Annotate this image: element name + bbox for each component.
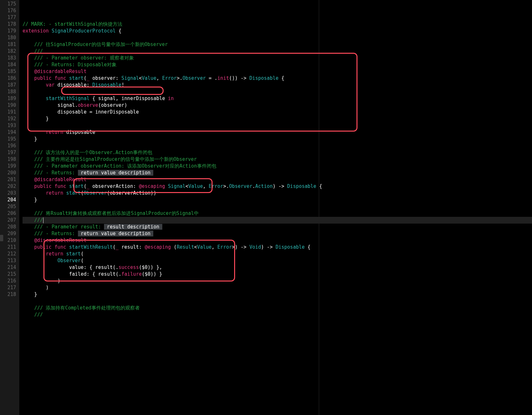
code-line[interactable]: disposable = innerDisposable	[23, 109, 532, 115]
code-line[interactable]: @discardableResult	[23, 237, 532, 244]
code-line[interactable]: /// - Returns: return value description	[23, 230, 532, 237]
line-number: 182	[3, 48, 16, 55]
code-line[interactable]: /// - Parameter result: result descripti…	[23, 224, 532, 230]
code-token	[49, 28, 52, 34]
code-token: var	[46, 82, 54, 88]
line-number: 181	[3, 41, 16, 48]
code-token	[66, 244, 69, 250]
code-line[interactable]: /// 该方法传入的是一个Observer.Action事件闭包	[23, 149, 532, 156]
code-line[interactable]	[23, 143, 532, 149]
code-line[interactable]: ///	[23, 217, 532, 224]
code-token: start	[69, 183, 84, 189]
code-token: /// - Returns: Disposable对象	[34, 62, 117, 68]
line-number: 193	[3, 122, 16, 129]
code-line[interactable]	[23, 88, 532, 95]
line-number: 192	[3, 115, 16, 122]
code-line[interactable]: /// - Returns: return value description	[23, 170, 532, 176]
code-line[interactable]: public func start(_ observerAction: @esc…	[23, 183, 532, 190]
code-line[interactable]: }	[23, 136, 532, 143]
code-token: (	[81, 251, 84, 257]
code-line[interactable]: startWithSignal { signal, innerDisposabl…	[23, 95, 532, 102]
code-token: <	[185, 183, 188, 189]
code-line[interactable]: }	[23, 115, 532, 122]
code-line[interactable]: /// 往SignalProducer的信号量中添加一个新的Observer	[23, 41, 532, 48]
code-line[interactable]: /// 主要作用还是往SignalProducer的信号量中添加一个新的Obse…	[23, 156, 532, 163]
code-line[interactable]: value: { result(.success($0)) },	[23, 264, 532, 271]
code-token: @escaping	[139, 183, 165, 189]
code-line[interactable]: /// - Parameter observerAction: 该添加Obser…	[23, 163, 532, 170]
code-line[interactable]: ///	[23, 48, 532, 55]
code-line[interactable]: /// - Returns: Disposable对象	[23, 61, 532, 68]
code-token: public	[34, 183, 52, 189]
code-line[interactable]	[23, 34, 532, 41]
code-token	[52, 244, 54, 250]
left-strip	[0, 0, 3, 415]
line-number: 201	[3, 176, 16, 183]
line-number: 194	[3, 129, 16, 136]
code-token: Disposable	[249, 75, 278, 81]
code-line[interactable]: return start(Observer(observerAction))	[23, 190, 532, 197]
code-line[interactable]: }	[23, 197, 532, 203]
code-token: _	[87, 183, 90, 189]
code-line[interactable]: /// 添加持有Completed事件处理闭包的观察者	[23, 305, 532, 311]
code-token: start	[66, 190, 81, 196]
line-number: 218	[3, 291, 16, 298]
line-number: 211	[3, 244, 16, 251]
code-token: disposable	[63, 129, 95, 135]
code-token: Value	[142, 75, 156, 81]
code-line[interactable]	[23, 203, 532, 210]
scroll-marker	[0, 235, 3, 241]
code-token: Disposable	[276, 244, 305, 250]
code-token: _	[87, 75, 90, 81]
code-line[interactable]: /// 将Rsualt对象转换成观察者然后添加进SignalProducer的S…	[23, 210, 532, 217]
code-line[interactable]: public func startWithResult(_ result: @e…	[23, 244, 532, 251]
code-line[interactable]: extension SignalProducerProtocol {	[23, 28, 532, 34]
code-line[interactable]: return start(	[23, 251, 532, 257]
code-token: ,	[212, 244, 217, 250]
code-token: ///	[34, 312, 43, 318]
code-token: return	[46, 190, 63, 196]
code-token: (	[84, 183, 87, 189]
code-token: }	[46, 116, 49, 122]
code-line[interactable]: Observer(	[23, 257, 532, 264]
code-line[interactable]: var disposable: Disposable!	[23, 82, 532, 88]
code-token: startWithSignal	[46, 96, 89, 101]
code-token: // MARK: - startWithSignal的快捷方法	[23, 21, 122, 27]
code-line[interactable]	[23, 298, 532, 305]
code-token: Observer	[57, 258, 81, 263]
code-editor[interactable]: 1751761771781791801811821831841851861871…	[0, 0, 532, 415]
code-token: Void	[249, 244, 261, 250]
code-token: Error	[217, 244, 232, 250]
code-line[interactable]: return disposable	[23, 129, 532, 136]
code-token: ) ->	[273, 183, 287, 189]
code-token: Disposable	[287, 183, 316, 189]
code-line[interactable]: @discardableResult	[23, 176, 532, 183]
code-token: Value	[197, 244, 212, 250]
line-number: 195	[3, 136, 16, 143]
code-token: return	[46, 251, 63, 257]
line-number: 203	[3, 190, 16, 197]
code-token: {	[316, 183, 322, 189]
code-line[interactable]: )	[23, 278, 532, 284]
code-token: Disposable	[92, 82, 121, 88]
line-number: 199	[3, 163, 16, 170]
code-line[interactable]	[23, 122, 532, 129]
code-line[interactable]: /// - Parameter observer: 观察者对象	[23, 55, 532, 61]
code-line[interactable]: signal.observe(observer)	[23, 102, 532, 109]
code-line[interactable]: @discardableResult	[23, 68, 532, 75]
code-token: Result	[177, 244, 194, 250]
code-token: /// 将Rsualt对象转换成观察者然后添加进SignalProducer的S…	[34, 210, 199, 216]
code-token: signal.	[57, 102, 78, 108]
code-token: >.	[223, 183, 229, 189]
code-line[interactable]: )	[23, 284, 532, 291]
code-line[interactable]: failed: { result(.failure($0)) }	[23, 271, 532, 278]
code-token: (	[81, 190, 84, 196]
code-area[interactable]: // MARK: - startWithSignal的快捷方法extension…	[19, 0, 532, 415]
code-token: ,	[156, 75, 162, 81]
code-line[interactable]: }	[23, 291, 532, 298]
code-token: {	[116, 28, 121, 34]
code-line[interactable]: ///	[23, 311, 532, 318]
code-line[interactable]: // MARK: - startWithSignal的快捷方法	[23, 21, 532, 28]
code-line[interactable]: public func start(_ observer: Signal<Val…	[23, 75, 532, 82]
code-token: Action	[255, 183, 273, 189]
